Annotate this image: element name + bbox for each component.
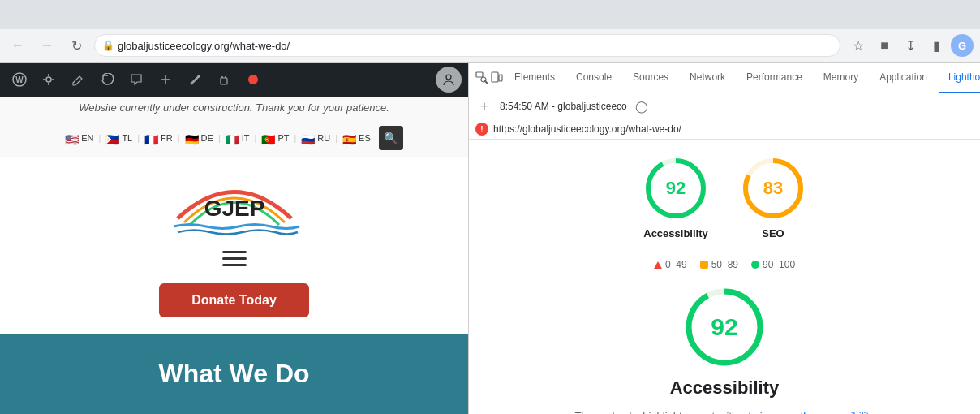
tab-network[interactable]: Network <box>680 63 735 93</box>
hamburger-line-1 <box>222 251 247 253</box>
lang-tl[interactable]: 🇵🇭 TL <box>105 133 132 143</box>
lighthouse-scores: 92 Accessibility 83 SEO <box>469 140 980 414</box>
large-score-number: 92 <box>711 313 737 341</box>
tab-application[interactable]: Application <box>870 63 937 93</box>
wp-comments-button[interactable] <box>123 67 149 93</box>
bookmark-star-button[interactable]: ☆ <box>847 34 870 57</box>
website-panel: W <box>0 63 469 414</box>
legend-average: 50–89 <box>700 259 738 270</box>
devtools-inspect-button[interactable] <box>475 67 488 89</box>
wp-updates-button[interactable] <box>94 67 120 93</box>
lang-fr[interactable]: 🇫🇷 FR <box>144 133 173 143</box>
flag-it: 🇮🇹 <box>226 133 240 143</box>
legend-fail: 0–49 <box>654 259 687 270</box>
hamburger-menu[interactable] <box>218 247 251 270</box>
legend-circle-icon <box>751 261 759 269</box>
devtools-timestamp: 8:54:50 AM - globaljusticeeco <box>500 101 627 112</box>
wp-new-button[interactable] <box>153 67 178 93</box>
address-input[interactable] <box>94 34 840 57</box>
tab-performance[interactable]: Performance <box>737 63 812 93</box>
address-lock-icon: 🔒 <box>102 40 114 51</box>
wp-edit-button[interactable] <box>65 67 91 93</box>
tab-lighthouse[interactable]: Lighthouse <box>939 63 980 93</box>
svg-rect-10 <box>221 78 227 84</box>
tab-elements[interactable]: Elements <box>505 63 565 93</box>
lang-es[interactable]: 🇪🇸 ES <box>342 133 371 143</box>
nav-icons-right: ☆ ■ ↧ ▮ G <box>847 34 974 57</box>
detail-description: These checks highlight opportunities to … <box>570 408 879 414</box>
tab-bar <box>0 0 980 29</box>
wp-plugin-button[interactable] <box>211 67 237 93</box>
extensions-button[interactable]: ■ <box>873 34 896 57</box>
score-label-accessibility: Accessibility <box>643 227 708 239</box>
sidebar-button[interactable]: ▮ <box>925 34 948 57</box>
svg-point-18 <box>481 77 486 82</box>
wp-customize-button[interactable] <box>36 67 62 93</box>
score-item-accessibility: 92 Accessibility <box>643 156 708 239</box>
lang-de[interactable]: 🇩🇪 DE <box>185 133 213 143</box>
lang-pt[interactable]: 🇵🇹 PT <box>261 133 289 143</box>
language-bar: 🇺🇸 EN | 🇵🇭 TL | 🇫🇷 FR | 🇩🇪 DE | 🇮🇹 IT <box>0 119 468 157</box>
gjep-logo: GJEP <box>153 174 316 239</box>
svg-rect-19 <box>492 72 498 82</box>
forward-button[interactable]: → <box>36 34 58 57</box>
svg-point-13 <box>248 75 258 84</box>
score-number-seo: 83 <box>763 178 783 199</box>
score-circle-seo: 83 <box>741 156 806 221</box>
lang-en[interactable]: 🇺🇸 EN <box>65 133 93 143</box>
wp-record-button[interactable] <box>240 67 266 93</box>
reload-button[interactable]: ↻ <box>65 34 88 57</box>
scores-summary-row: 92 Accessibility 83 SEO <box>485 156 964 239</box>
tab-sources[interactable]: Sources <box>623 63 678 93</box>
tab-console[interactable]: Console <box>566 63 621 93</box>
legend-row: 0–49 50–89 90–100 <box>485 259 964 270</box>
website-body: GJEP Donate Today <box>0 157 468 334</box>
score-label-seo: SEO <box>762 227 784 239</box>
wp-pen-button[interactable] <box>182 67 208 93</box>
address-bar-container: 🔒 <box>94 34 840 57</box>
score-item-seo: 83 SEO <box>741 156 806 239</box>
flag-ru: 🇷🇺 <box>301 133 316 143</box>
flag-fr: 🇫🇷 <box>144 133 159 143</box>
search-icon: 🔍 <box>384 132 398 144</box>
construction-notice: Website currently under construction. Th… <box>0 97 468 119</box>
devtools-add-button[interactable]: + <box>475 97 493 115</box>
download-button[interactable]: ↧ <box>899 34 922 57</box>
flag-us: 🇺🇸 <box>65 133 80 143</box>
devtools-url-text: https://globaljusticeecology.org/what-we… <box>493 123 681 135</box>
wp-toolbar: W <box>0 63 468 97</box>
svg-rect-20 <box>499 75 502 81</box>
hamburger-line-2 <box>222 257 247 260</box>
nav-bar: ← → ↻ 🔒 ☆ ■ ↧ ▮ G <box>0 29 980 62</box>
profile-avatar[interactable]: G <box>951 34 974 57</box>
large-score-circle: 92 <box>684 287 765 368</box>
legend-good: 90–100 <box>751 259 795 270</box>
tab-memory[interactable]: Memory <box>814 63 868 93</box>
svg-point-14 <box>446 75 451 80</box>
lang-ru[interactable]: 🇷🇺 RU <box>301 133 330 143</box>
legend-triangle-icon <box>654 261 662 269</box>
svg-point-9 <box>198 75 200 78</box>
svg-text:W: W <box>15 75 24 84</box>
devtools-secondbar: + 8:54:50 AM - globaljusticeeco ◯ <box>469 93 980 119</box>
wp-logo-button[interactable]: W <box>6 67 32 93</box>
main-content: W <box>0 63 980 414</box>
search-button[interactable]: 🔍 <box>379 126 403 150</box>
donate-button[interactable]: Donate Today <box>159 283 309 317</box>
hamburger-line-3 <box>222 264 247 266</box>
legend-square-icon <box>700 261 708 269</box>
flag-de: 🇩🇪 <box>185 133 200 143</box>
what-we-do-title: What We Do <box>158 359 309 389</box>
svg-point-2 <box>46 77 51 82</box>
devtools-device-button[interactable] <box>490 67 503 89</box>
wp-user-button[interactable] <box>436 67 462 93</box>
devtools-topbar: Elements Console Sources Network Perform… <box>469 63 980 93</box>
devtools-clear-button[interactable]: ◯ <box>634 98 650 114</box>
flag-pt: 🇵🇹 <box>261 133 276 143</box>
back-button[interactable]: ← <box>6 34 29 57</box>
detail-title: Accessibility <box>670 377 780 399</box>
devtools-panel: Elements Console Sources Network Perform… <box>469 63 980 414</box>
lang-it[interactable]: 🇮🇹 IT <box>226 133 250 143</box>
flag-ph: 🇵🇭 <box>105 133 120 143</box>
browser-chrome: ← → ↻ 🔒 ☆ ■ ↧ ▮ G <box>0 0 980 63</box>
